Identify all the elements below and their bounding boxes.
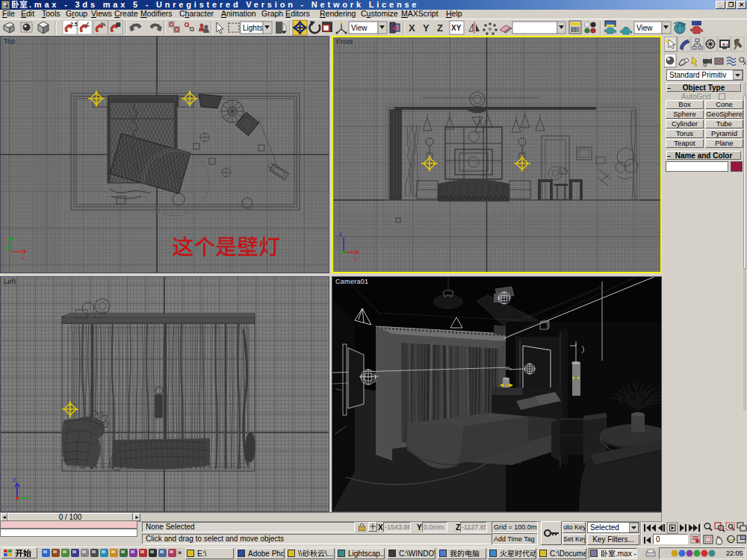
- svg-text:Z: Z: [437, 22, 443, 34]
- svg-text:View: View: [636, 24, 653, 32]
- svg-text:Lights: Lights: [243, 24, 263, 32]
- svg-text:Y: Y: [423, 22, 430, 34]
- svg-text:%: %: [101, 22, 106, 27]
- svg-text:.max -...: .max -...: [616, 550, 637, 558]
- svg-text:y: y: [5, 243, 8, 250]
- svg-text:C:\WINDOWS...: C:\WINDOWS...: [399, 550, 436, 558]
- svg-text:XY: XY: [451, 24, 462, 32]
- svg-text:View: View: [351, 24, 368, 32]
- svg-text:2.5: 2.5: [70, 22, 78, 27]
- svg-text:\...: \...: [325, 550, 333, 558]
- svg-text:E:\: E:\: [197, 550, 206, 558]
- svg-text:X: X: [409, 22, 415, 34]
- svg-text:Lightscap...: Lightscap...: [348, 550, 385, 558]
- svg-text:z: z: [13, 476, 16, 483]
- svg-text:Adobe Phot...: Adobe Phot...: [248, 550, 285, 558]
- svg-text:x: x: [22, 255, 25, 261]
- svg-text:∠: ∠: [85, 22, 90, 27]
- svg-text:C:\Documen...: C:\Documen...: [550, 550, 586, 558]
- svg-text:x: x: [354, 255, 357, 262]
- svg-text:\\: \\: [298, 550, 303, 558]
- svg-text:z: z: [339, 231, 342, 237]
- svg-text:▤: ▤: [116, 22, 121, 27]
